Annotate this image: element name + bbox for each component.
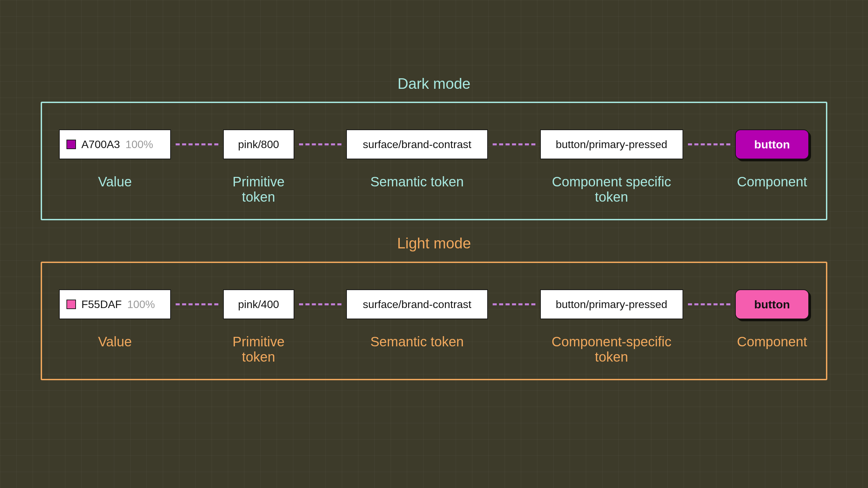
label-value: Value <box>59 174 171 205</box>
dark-primitive-chip: pink/800 <box>223 129 294 159</box>
connector-line <box>176 303 218 305</box>
label-component-token: Component specific token <box>540 174 683 205</box>
label-semantic: Semantic token <box>346 334 488 365</box>
connector-line <box>688 303 731 305</box>
light-button-component: button <box>735 289 809 319</box>
light-semantic-chip: surface/brand-contrast <box>346 289 488 319</box>
label-primitive: Primitive token <box>223 334 294 365</box>
dark-opacity-value: 100% <box>125 138 153 151</box>
connector-line <box>688 143 731 145</box>
label-component: Component <box>735 174 809 205</box>
label-component-token: Component-specific token <box>540 334 683 365</box>
label-component: Component <box>735 334 809 365</box>
label-value: Value <box>59 334 171 365</box>
connector-line <box>299 303 342 305</box>
light-mode-panel: F55DAF 100% pink/400 surface/brand-contr… <box>41 262 827 380</box>
label-primitive: Primitive token <box>223 174 294 205</box>
light-primitive-chip: pink/400 <box>223 289 294 319</box>
connector-line <box>299 143 342 145</box>
label-semantic: Semantic token <box>346 174 488 205</box>
light-hex-value: F55DAF <box>81 298 122 311</box>
light-mode-title: Light mode <box>397 235 471 252</box>
light-component-token-chip: button/primary-pressed <box>540 289 683 319</box>
dark-mode-panel: A700A3 100% pink/800 surface/brand-contr… <box>41 102 827 220</box>
dark-semantic-chip: surface/brand-contrast <box>346 129 488 159</box>
dark-button-component: button <box>735 129 809 159</box>
dark-mode-title: Dark mode <box>397 75 470 92</box>
connector-line <box>176 143 218 145</box>
dark-component-token-chip: button/primary-pressed <box>540 129 683 159</box>
dark-value-chip: A700A3 100% <box>59 129 171 159</box>
light-labels-row: Value Primitive token Semantic token Com… <box>59 334 809 365</box>
dark-labels-row: Value Primitive token Semantic token Com… <box>59 174 809 205</box>
connector-line <box>493 143 535 145</box>
dark-swatch-icon <box>66 140 76 149</box>
light-swatch-icon <box>66 300 76 309</box>
light-opacity-value: 100% <box>127 298 155 311</box>
light-value-chip: F55DAF 100% <box>59 289 171 319</box>
dark-hex-value: A700A3 <box>81 138 120 151</box>
light-token-row: F55DAF 100% pink/400 surface/brand-contr… <box>59 289 809 319</box>
connector-line <box>493 303 535 305</box>
dark-token-row: A700A3 100% pink/800 surface/brand-contr… <box>59 129 809 159</box>
